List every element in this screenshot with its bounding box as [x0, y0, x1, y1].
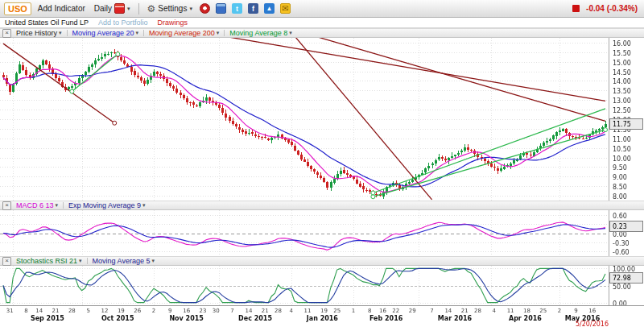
ma200-label: Moving Average 200 [149, 29, 215, 37]
close-stoch-panel-button[interactable]: × [2, 257, 11, 266]
header-divider [143, 30, 144, 36]
drawings-menu[interactable]: Drawings [158, 19, 188, 27]
symbol-box[interactable]: USO [4, 2, 31, 15]
ma8-menu[interactable]: Moving Average 8 ▾ [226, 29, 295, 37]
chevron-down-icon: ▾ [189, 6, 192, 12]
chevron-down-icon: ▾ [151, 258, 155, 264]
twitter-icon[interactable]: t [232, 3, 242, 14]
ma200-menu[interactable]: Moving Average 200 ▾ [146, 29, 222, 37]
stochrsi-menu[interactable]: Stochastics RSI 21 ▾ [13, 257, 85, 265]
chevron-down-icon: ▾ [135, 30, 138, 36]
macd-chart-canvas[interactable] [0, 210, 644, 256]
chevron-down-icon: ▾ [127, 6, 130, 12]
macd-label: MACD 6 13 [16, 201, 54, 209]
chevron-down-icon: ▾ [59, 30, 62, 36]
chevron-down-icon: ▾ [79, 258, 82, 264]
exp-ma9-label: Exp Moving Average 9 [68, 201, 141, 209]
settings-label: Settings [158, 4, 187, 13]
database-icon[interactable] [216, 3, 226, 14]
facebook-icon[interactable]: f [248, 3, 258, 14]
header-divider [67, 30, 68, 36]
main-toolbar: USO Add Indicator Daily ▾ ⚙ Settings ▾ t… [0, 0, 644, 18]
chevron-down-icon: ▾ [142, 202, 146, 209]
header-divider [87, 258, 88, 264]
chevron-down-icon: ▾ [56, 202, 59, 209]
ma20-menu[interactable]: Moving Average 20 ▾ [69, 29, 142, 37]
record-icon[interactable] [200, 3, 210, 14]
price-panel-header: × Price History ▾ Moving Average 20 ▾ Mo… [0, 28, 644, 38]
add-to-portfolio-link[interactable]: Add to Portfolio [98, 19, 148, 27]
ma8-label: Moving Average 8 [229, 29, 287, 37]
add-indicator-button[interactable]: Add Indicator [35, 4, 88, 13]
ma20-label: Moving Average 20 [72, 29, 134, 37]
price-history-menu[interactable]: Price History ▾ [13, 29, 65, 37]
header-divider [63, 202, 64, 209]
mail-icon[interactable]: ✉ [280, 3, 291, 14]
stoch-panel-header: × Stochastics RSI 21 ▾ Moving Average 5 … [0, 256, 644, 266]
chevron-down-icon: ▾ [289, 30, 292, 36]
macd-panel-header: × MACD 6 13 ▾ Exp Moving Average 9 ▾ [0, 201, 644, 210]
timeframe-button[interactable]: Daily ▾ [92, 3, 133, 14]
exp-ma9-menu[interactable]: Exp Moving Average 9 ▾ [65, 201, 148, 209]
timeframe-label: Daily [94, 4, 112, 13]
change-text: -0.04 (-0.34%) [586, 4, 638, 13]
company-name: United States Oil Fund LP [5, 19, 89, 27]
date-axis [0, 305, 644, 327]
ma5-label: Moving Average 5 [93, 257, 151, 265]
price-chart-canvas[interactable] [0, 38, 644, 201]
settings-button[interactable]: ⚙ Settings ▾ [145, 4, 195, 14]
change-indicator-icon [572, 5, 580, 12]
macd-menu[interactable]: MACD 6 13 ▾ [13, 201, 61, 209]
header-divider [224, 30, 225, 36]
add-indicator-label: Add Indicator [38, 4, 85, 13]
close-price-panel-button[interactable]: × [2, 29, 11, 38]
chevron-down-icon: ▾ [217, 30, 220, 36]
share-chart-icon[interactable]: ▲ [264, 3, 275, 14]
stoch-chart-canvas[interactable] [0, 266, 644, 305]
toolbar-divider [138, 3, 139, 14]
gear-icon: ⚙ [147, 4, 156, 14]
price-history-label: Price History [16, 29, 57, 37]
drawings-label: Drawings [158, 19, 188, 27]
stochrsi-label: Stochastics RSI 21 [16, 257, 77, 265]
close-macd-panel-button[interactable]: × [2, 201, 11, 210]
symbol-subbar: United States Oil Fund LP Add to Portfol… [0, 18, 644, 28]
calendar-icon [114, 3, 125, 14]
ma5-menu[interactable]: Moving Average 5 ▾ [89, 257, 158, 265]
